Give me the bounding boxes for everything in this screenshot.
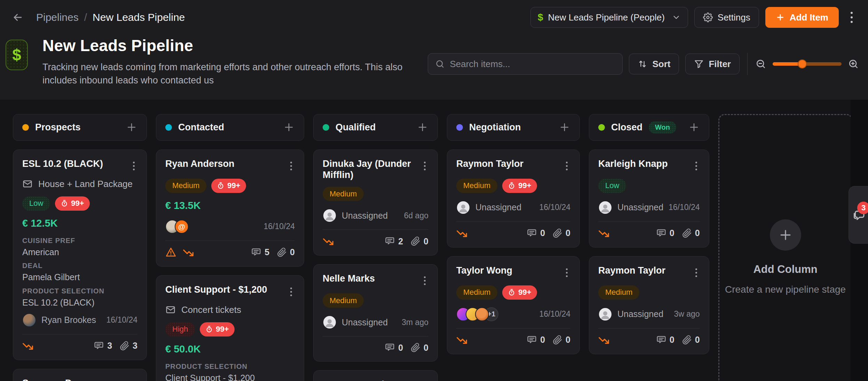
card[interactable]: Raymon TaylorMediumUnassigned3w ago00 [589, 256, 709, 354]
attachment-count-value: 0 [424, 343, 428, 353]
attachment-count[interactable]: 0 [411, 236, 428, 246]
add-card-button[interactable] [126, 121, 137, 133]
card[interactable]: Client Support - $1,200Concert ticketsHi… [156, 275, 304, 381]
zoom-in-icon[interactable] [848, 58, 859, 70]
avatar [22, 313, 36, 327]
sort-button[interactable]: Sort [629, 54, 679, 74]
badge-row: Low [598, 179, 700, 193]
card[interactable]: Ryan AndersonMedium99+€ 13.5K@16/10/2450 [156, 149, 304, 267]
envelope-icon [22, 179, 33, 189]
overdue-count: 99+ [518, 181, 531, 190]
card[interactable]: Dinuka Jay (Dunder Mifflin)MediumUnassig… [313, 149, 438, 256]
card-menu-button[interactable] [130, 379, 137, 381]
comment-icon [94, 341, 104, 351]
card-title: Raymon Taylor [598, 265, 665, 276]
avatar-stack [598, 201, 612, 214]
add-card-button[interactable] [417, 121, 428, 133]
add-column-subtitle: Create a new pipeline stage [725, 284, 846, 295]
overdue-badge: 99+ [502, 285, 537, 300]
card-subtitle-row: Concert tickets [165, 305, 295, 315]
attachment-count[interactable]: 0 [553, 335, 570, 345]
card-menu-button[interactable] [563, 266, 570, 279]
comment-count[interactable]: 0 [656, 335, 674, 345]
attachment-count[interactable]: 0 [277, 247, 295, 257]
card[interactable]: Nelle MarksMediumUnassigned3m ago00 [313, 264, 438, 362]
attachment-count[interactable]: 0 [682, 335, 700, 345]
card-menu-button[interactable] [563, 160, 570, 172]
comment-count-value: 0 [540, 335, 545, 345]
chat-tab[interactable]: 3 [849, 186, 868, 244]
footer-counts: 00 [527, 228, 570, 238]
comment-count[interactable]: 0 [385, 342, 403, 353]
paperclip-icon [277, 248, 287, 257]
card[interactable]: Raymon TaylorMedium99+Unassigned16/10/24… [447, 149, 580, 248]
settings-button[interactable]: Settings [694, 7, 759, 28]
add-card-button[interactable] [559, 121, 570, 133]
topbar: Pipelines / New Leads Pipeline $ New Lea… [0, 0, 868, 33]
breadcrumb: Pipelines / New Leads Pipeline [36, 11, 185, 23]
attachment-count[interactable]: 3 [120, 341, 137, 351]
card-menu-button[interactable] [693, 160, 700, 172]
add-column-panel[interactable]: Add Column Create a new pipeline stage [718, 114, 853, 381]
card[interactable]: Support ServicesLow99+€ 4.0KDEAL [313, 370, 438, 381]
comment-count[interactable]: 3 [94, 341, 112, 351]
card[interactable]: ESL 10.2 (BLACK)House + Land PackageLow9… [13, 149, 147, 360]
back-arrow-icon[interactable] [12, 11, 24, 23]
card[interactable]: Karleigh KnappLowUnassigned16/10/2400 [589, 149, 709, 248]
assignee-row: @16/10/24 [165, 219, 295, 234]
field-label: PRODUCT SELECTION [165, 363, 295, 371]
card-field: DEALPamela Gilbert [22, 262, 137, 282]
avatar-stack [22, 313, 36, 327]
comment-count[interactable]: 5 [251, 247, 269, 258]
card-head: ESL 10.2 (BLACK) [22, 158, 137, 172]
comment-count-value: 0 [398, 343, 403, 353]
comment-count[interactable]: 0 [656, 228, 674, 238]
overflow-menu-button[interactable] [847, 10, 856, 25]
priority-badge: Medium [456, 179, 497, 193]
comment-count[interactable]: 2 [385, 236, 403, 246]
card-menu-button[interactable] [287, 160, 295, 172]
zoom-slider-thumb[interactable] [798, 59, 807, 68]
field-value: American [22, 247, 137, 257]
card-value: € 13.5K [165, 200, 295, 211]
add-item-button[interactable]: Add Item [765, 7, 839, 28]
pipeline-selector[interactable]: $ New Leads Pipeline (People) [530, 7, 688, 28]
column-header: ClosedWon [589, 114, 709, 141]
attachment-count[interactable]: 0 [682, 228, 700, 238]
column-dot [456, 124, 463, 131]
warning-icon [165, 247, 176, 258]
card-menu-button[interactable] [287, 285, 295, 298]
add-column-plus-icon[interactable] [770, 219, 801, 251]
column-name: Contacted [178, 122, 224, 133]
card-menu-button[interactable] [130, 160, 137, 172]
card-head: Client Support - $1,200 [165, 284, 295, 298]
card[interactable]: Seymour DuncanHigh99+ [13, 369, 147, 381]
comment-count[interactable]: 0 [527, 335, 545, 345]
search-input[interactable] [450, 59, 615, 70]
comment-icon [385, 236, 395, 246]
card-head: Raymon Taylor [456, 158, 570, 172]
card-field: PRODUCT SELECTIONESL 10.2 (BLACK) [22, 287, 137, 308]
card[interactable]: Taylor WongMedium99++116/10/2400 [447, 256, 580, 354]
zoom-out-icon[interactable] [755, 58, 766, 70]
badge-row: Medium99+ [456, 179, 570, 193]
filter-button[interactable]: Filter [685, 54, 740, 74]
breadcrumb-parent[interactable]: Pipelines [36, 11, 79, 23]
column-dot [323, 124, 329, 131]
zoom-slider[interactable] [773, 62, 842, 66]
comment-count[interactable]: 0 [527, 228, 545, 238]
attachment-count[interactable]: 0 [411, 343, 428, 353]
card-head: Ryan Anderson [165, 158, 295, 172]
add-card-button[interactable] [688, 121, 700, 133]
card-menu-button[interactable] [693, 266, 700, 279]
field-value: Client Support - $1,200 [165, 373, 295, 381]
card-menu-button[interactable] [421, 274, 428, 287]
card-menu-button[interactable] [421, 160, 428, 172]
attachment-count[interactable]: 0 [553, 228, 570, 238]
card-head: Nelle Marks [323, 273, 428, 287]
page-title: New Leads Pipeline [42, 36, 428, 55]
paperclip-icon [553, 335, 562, 345]
pipeline-icon-tile: $ [6, 40, 28, 70]
add-card-button[interactable] [283, 121, 295, 133]
badge-row: Medium99+ [165, 179, 295, 193]
